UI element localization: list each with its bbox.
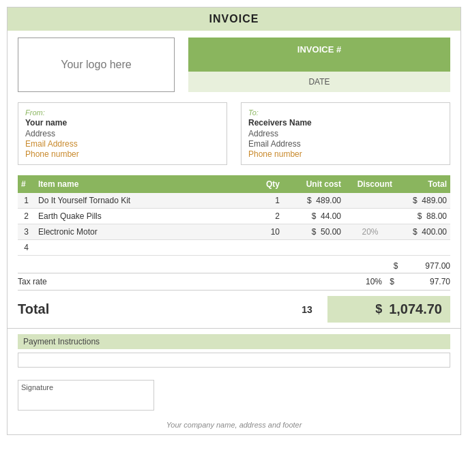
total-qty: 13 <box>287 304 327 315</box>
col-header-discount: Discount <box>345 175 396 193</box>
row-item <box>35 240 249 256</box>
signature-box: Signature <box>18 380 154 411</box>
payment-input[interactable] <box>18 353 450 368</box>
from-phone: Phone number <box>25 149 220 159</box>
col-header-item: Item name <box>35 175 249 193</box>
table-row: 3 Electronic Motor 10 $ 50.00 20% $ 400.… <box>18 224 450 240</box>
to-address: Address <box>248 129 443 138</box>
col-header-qty: Qty <box>249 175 283 193</box>
table-header-row: # Item name Qty Unit cost Discount Total <box>18 175 450 193</box>
row-item: Do It Yourself Tornado Kit <box>35 193 249 209</box>
row-discount <box>345 209 396 224</box>
row-num: 2 <box>18 209 35 224</box>
invoice-date-row: DATE <box>188 72 450 92</box>
invoice-page: INVOICE Your logo here INVOICE # DATE Fr… <box>7 7 461 435</box>
tax-label: Tax rate <box>18 277 341 286</box>
items-table: # Item name Qty Unit cost Discount Total… <box>18 175 450 256</box>
row-discount <box>345 240 396 256</box>
row-item: Earth Quake Pills <box>35 209 249 224</box>
row-num: 4 <box>18 240 35 256</box>
top-section: Your logo here INVOICE # DATE <box>8 31 460 99</box>
subtotal-area: $ 977.00 <box>8 259 460 273</box>
row-qty: 2 <box>249 209 283 224</box>
tax-dollar: $ <box>382 277 396 286</box>
total-section: Total 13 $ 1,074.70 <box>8 291 460 329</box>
row-total: $ 489.00 <box>396 193 450 209</box>
tax-amount: 97.70 <box>396 277 450 286</box>
subtotal-value: 977.00 <box>403 261 450 271</box>
row-item: Electronic Motor <box>35 224 249 240</box>
table-row: 4 <box>18 240 450 256</box>
tax-row: Tax rate 10% $ 97.70 <box>8 273 460 290</box>
invoice-number-label: INVOICE # <box>297 44 341 55</box>
row-num: 1 <box>18 193 35 209</box>
row-unit: $ 44.00 <box>283 209 345 224</box>
subtotal-dollar: $ <box>394 261 398 271</box>
total-dollar: $ <box>375 302 382 316</box>
to-address-box: To: Receivers Name Address Email Address… <box>241 102 450 165</box>
table-row: 1 Do It Yourself Tornado Kit 1 $ 489.00 … <box>18 193 450 209</box>
row-total: $ 400.00 <box>396 224 450 240</box>
logo-text: Your logo here <box>61 59 132 71</box>
row-total: $ 88.00 <box>396 209 450 224</box>
invoice-info-box: INVOICE # DATE <box>188 38 450 92</box>
invoice-title: INVOICE <box>209 13 259 25</box>
col-header-hash: # <box>18 175 35 193</box>
invoice-date-label: DATE <box>308 77 330 87</box>
to-label: To: <box>248 108 443 117</box>
col-header-total: Total <box>396 175 450 193</box>
signature-label: Signature <box>21 383 53 391</box>
row-qty: 1 <box>249 193 283 209</box>
invoice-number-row: INVOICE # <box>188 38 450 72</box>
to-phone: Phone number <box>248 149 443 159</box>
payment-label: Payment Instructions <box>18 334 450 349</box>
table-row: 2 Earth Quake Pills 2 $ 44.00 $ 88.00 <box>18 209 450 224</box>
col-header-unit: Unit cost <box>283 175 345 193</box>
payment-section: Payment Instructions <box>8 329 460 376</box>
items-section: # Item name Qty Unit cost Discount Total… <box>8 172 460 259</box>
total-label: Total <box>18 301 287 317</box>
tax-rate: 10% <box>341 277 382 286</box>
to-name: Receivers Name <box>248 118 443 128</box>
from-label: From: <box>25 108 220 117</box>
from-email: Email Address <box>25 139 220 149</box>
row-unit: $ 489.00 <box>283 193 345 209</box>
from-address: Address <box>25 129 220 138</box>
row-total <box>396 240 450 256</box>
total-amount-box: $ 1,074.70 <box>327 296 450 323</box>
row-num: 3 <box>18 224 35 240</box>
from-address-box: From: Your name Address Email Address Ph… <box>18 102 227 165</box>
logo-box: Your logo here <box>18 38 175 92</box>
to-email: Email Address <box>248 139 443 149</box>
invoice-header: INVOICE <box>8 8 460 31</box>
signature-section: Signature <box>8 376 460 414</box>
from-name: Your name <box>25 118 220 128</box>
row-unit <box>283 240 345 256</box>
address-section: From: Your name Address Email Address Ph… <box>8 99 460 172</box>
row-discount <box>345 193 396 209</box>
total-value: 1,074.70 <box>389 301 442 317</box>
footer-text: Your company name, address and footer <box>166 421 302 429</box>
row-qty <box>249 240 283 256</box>
row-discount: 20% <box>345 224 396 240</box>
page-footer: Your company name, address and footer <box>8 414 460 434</box>
row-qty: 10 <box>249 224 283 240</box>
row-unit: $ 50.00 <box>283 224 345 240</box>
